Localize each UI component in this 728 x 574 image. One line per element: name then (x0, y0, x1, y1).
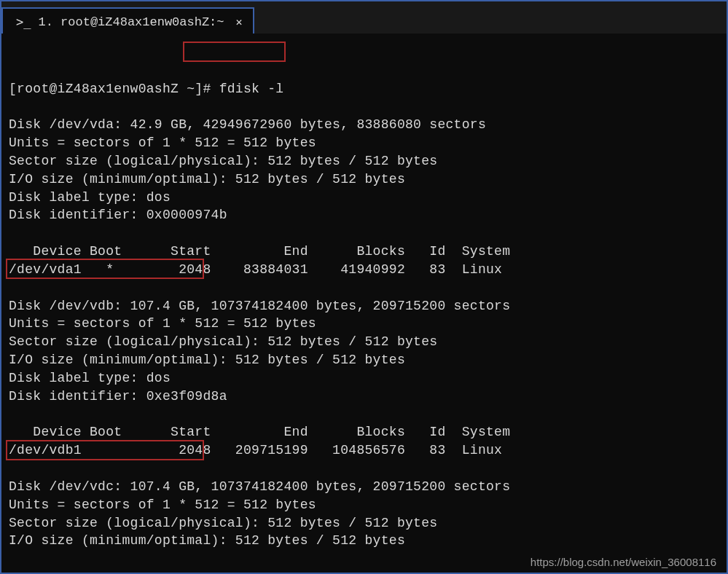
terminal-line: Disk identifier: 0xe3f09d8a (9, 388, 719, 406)
terminal-line: Sector size (logical/physical): 512 byte… (9, 333, 719, 351)
terminal-line: Sector size (logical/physical): 512 byte… (9, 514, 719, 532)
tab-bar: >_ 1. root@iZ48ax1enw0ashZ:~ ✕ (1, 1, 727, 34)
terminal-line: Device Boot Start End Blocks Id System (9, 423, 719, 441)
terminal-line (9, 98, 719, 116)
terminal-line (9, 406, 719, 424)
terminal-line: Units = sectors of 1 * 512 = 512 bytes (9, 315, 719, 333)
terminal-line: /dev/vdb1 2048 209715199 104856576 83 Li… (9, 441, 719, 460)
terminal-line (9, 224, 719, 243)
terminal-line: Disk /dev/vda: 42.9 GB, 42949672960 byte… (9, 116, 719, 134)
terminal-line: Sector size (logical/physical): 512 byte… (9, 152, 719, 170)
terminal-line: Units = sectors of 1 * 512 = 512 bytes (9, 134, 719, 152)
terminal-line: Disk identifier: 0x0000974b (9, 206, 719, 224)
terminal-tab[interactable]: >_ 1. root@iZ48ax1enw0ashZ:~ ✕ (1, 7, 254, 35)
terminal-line: [root@iZ48ax1enw0ashZ ~]# fdisk -l (9, 80, 719, 98)
terminal-line: Disk /dev/vdc: 107.4 GB, 107374182400 by… (9, 478, 719, 496)
terminal-line: /dev/vda1 * 2048 83884031 41940992 83 Li… (9, 261, 719, 279)
terminal-line: Units = sectors of 1 * 512 = 512 bytes (9, 496, 719, 514)
terminal-output[interactable]: [root@iZ48ax1enw0ashZ ~]# fdisk -l Disk … (1, 34, 727, 573)
terminal-icon: >_ (16, 15, 31, 29)
terminal-line: Disk label type: dos (9, 189, 719, 207)
terminal-line: I/O size (minimum/optimal): 512 bytes / … (9, 532, 719, 550)
terminal-line: I/O size (minimum/optimal): 512 bytes / … (9, 170, 719, 189)
terminal-line: I/O size (minimum/optimal): 512 bytes / … (9, 351, 719, 369)
terminal-line (9, 460, 719, 478)
terminal-line: Disk /dev/vdb: 107.4 GB, 107374182400 by… (9, 297, 719, 315)
highlight-fdisk-l (183, 42, 286, 62)
tab-title: 1. root@iZ48ax1enw0ashZ:~ (38, 15, 224, 29)
close-icon[interactable]: ✕ (236, 15, 243, 29)
terminal-lines: [root@iZ48ax1enw0ashZ ~]# fdisk -l Disk … (9, 80, 719, 568)
terminal-line: Disk label type: dos (9, 369, 719, 388)
terminal-line: Device Boot Start End Blocks Id System (9, 243, 719, 261)
watermark: https://blog.csdn.net/weixin_36008116 (531, 556, 716, 568)
terminal-line (9, 279, 719, 297)
